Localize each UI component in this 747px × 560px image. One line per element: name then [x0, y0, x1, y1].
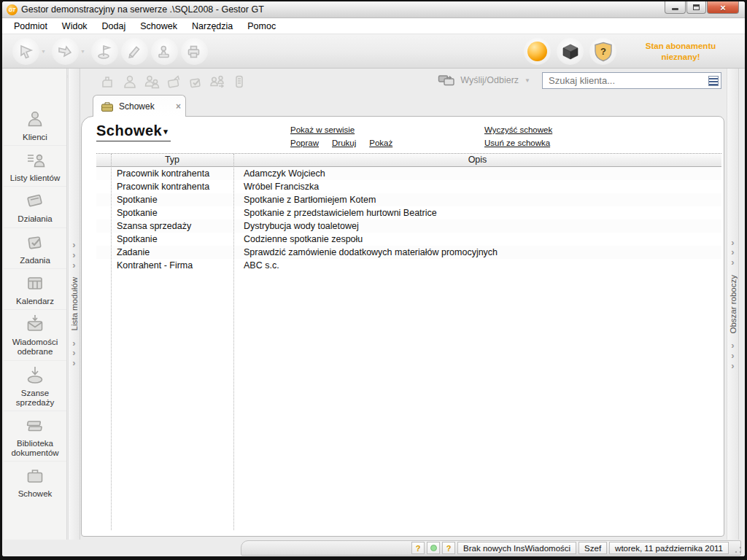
titlebar[interactable]: GT Gestor demonstracyjny na serwerze .\S…: [2, 1, 745, 18]
table-row[interactable]: Spotkanie Spotkanie z przedstawicielem h…: [96, 206, 721, 219]
sidebar-item-schowek[interactable]: Schowek: [4, 461, 66, 502]
add-contact-button[interactable]: [141, 72, 163, 91]
dropdown-icon[interactable]: ▼: [41, 49, 46, 54]
menu-pomoc[interactable]: Pomoc: [240, 20, 283, 33]
sidebar-item-listy-klientow[interactable]: Listy klientów: [4, 145, 66, 186]
pointer-icon: [18, 43, 35, 61]
modules-panel-label: Lista modułów: [70, 277, 79, 331]
column-opis[interactable]: Opis: [233, 154, 721, 166]
table-row[interactable]: Spotkanie Codzienne spotkanie zespołu: [96, 233, 721, 246]
chevron-right-icon[interactable]: ›: [72, 260, 75, 271]
person-icon: [122, 74, 138, 90]
table-row[interactable]: Pracownik kontrahenta Adamczyk Wojciech: [96, 167, 721, 180]
add-person-button[interactable]: [119, 72, 141, 91]
app-window: GT Gestor demonstracyjny na serwerze .\S…: [0, 0, 747, 560]
minimize-button[interactable]: [665, 1, 686, 14]
print-button[interactable]: [181, 38, 208, 65]
app-icon[interactable]: GT: [7, 4, 18, 15]
pointer-button[interactable]: [12, 38, 39, 65]
sidebar-item-dzialania[interactable]: Działania: [4, 186, 66, 227]
dropdown-icon[interactable]: ▼: [80, 49, 85, 54]
table-row[interactable]: Pracownik kontrahenta Wróbel Franciszka: [96, 180, 721, 193]
flag-icon: [96, 43, 113, 61]
help-status-button-2[interactable]: ?: [442, 542, 455, 554]
column-typ[interactable]: Typ: [111, 154, 233, 166]
modules-splitter[interactable]: › › › Lista modułów › › ›: [68, 69, 80, 540]
sidebar-item-klienci[interactable]: Klienci: [4, 105, 66, 145]
chevron-right-icon[interactable]: ›: [731, 257, 734, 268]
link-drukuj[interactable]: Drukuj: [332, 139, 356, 147]
sidebar-item-kalendarz[interactable]: Kalendarz: [4, 268, 66, 309]
clipboard-icon: [24, 465, 46, 486]
chevron-right-icon[interactable]: ›: [72, 338, 75, 349]
messages-status: Brak nowych InsWiadomości: [457, 542, 576, 554]
flag-button[interactable]: [91, 38, 118, 65]
search-list-icon[interactable]: [708, 76, 719, 86]
help-status-button[interactable]: ?: [411, 542, 425, 554]
link-popraw[interactable]: Popraw: [290, 139, 319, 147]
insert-online-button[interactable]: [524, 38, 551, 65]
tab-label: Schowek: [119, 101, 155, 112]
page-title-menu[interactable]: Schowek▾: [96, 122, 171, 141]
add-company-button[interactable]: [97, 72, 119, 91]
chevron-right-icon[interactable]: ›: [731, 351, 734, 361]
chevron-right-icon[interactable]: ›: [731, 238, 734, 248]
tab-close-icon[interactable]: ×: [176, 101, 181, 112]
search-input[interactable]: [547, 74, 708, 87]
activities-icon: [24, 190, 46, 211]
chevron-right-icon[interactable]: ›: [72, 240, 75, 250]
sidebar-item-szanse-sprzedazy[interactable]: Szanse sprzedaży: [4, 360, 66, 411]
clients-icon: [24, 109, 46, 129]
stamp-button[interactable]: [151, 38, 178, 65]
dropdown-icon: ▼: [525, 77, 530, 84]
table-row[interactable]: Szansa sprzedaży Dystrybucja wody toalet…: [96, 219, 721, 233]
printer-icon: [185, 43, 203, 61]
chevron-right-icon[interactable]: ›: [731, 247, 734, 257]
link-pokaz-w-serwisie[interactable]: Pokaż w serwisie: [290, 125, 355, 134]
chevron-right-icon[interactable]: ›: [72, 250, 75, 260]
menu-widok[interactable]: Widok: [55, 20, 95, 33]
link-wyczysc-schowek[interactable]: Wyczyść schowek: [484, 125, 552, 134]
tab-schowek[interactable]: Schowek ×: [93, 95, 186, 117]
table-row[interactable]: Kontrahent - Firma ABC s.c.: [96, 259, 721, 272]
caret-down-icon: ▾: [163, 127, 168, 136]
link-pokaz[interactable]: Pokaż: [369, 139, 392, 147]
workspace-splitter[interactable]: › › › Obszar roboczy › › ›: [727, 69, 739, 540]
company-icon: [100, 74, 116, 90]
connection-status: [427, 542, 440, 554]
help-shield-button[interactable]: ?: [589, 38, 616, 65]
edit-button[interactable]: [121, 38, 148, 65]
subscription-status: Stan abonamentu nieznany!: [622, 41, 739, 63]
chevron-right-icon[interactable]: ›: [72, 358, 75, 368]
resize-grip[interactable]: [735, 546, 742, 553]
modules-cube-button[interactable]: [557, 38, 584, 65]
cell-typ: Zadanie: [111, 247, 233, 257]
folder-icon: [101, 101, 114, 112]
sidebar-item-wiadomosci-odebrane[interactable]: Wiadomości odebrane: [4, 309, 66, 359]
chevron-right-icon[interactable]: ›: [72, 348, 75, 358]
menu-podmiot[interactable]: Podmiot: [7, 20, 55, 33]
assign-people-button[interactable]: [206, 72, 228, 91]
tasks-icon: [24, 232, 46, 252]
chevron-right-icon[interactable]: ›: [731, 341, 734, 351]
cell-opis: ABC s.c.: [233, 260, 721, 271]
menu-narzedzia[interactable]: Narzędzia: [185, 20, 240, 33]
new-task-button[interactable]: [185, 72, 206, 91]
close-button[interactable]: ×: [707, 1, 739, 14]
chevron-right-icon[interactable]: ›: [731, 361, 734, 371]
table-row[interactable]: Spotkanie Spotkanie z Bartłomiejem Kotem: [96, 193, 721, 206]
maximize-button[interactable]: [686, 1, 706, 14]
new-activity-button[interactable]: [163, 72, 185, 91]
phone-button[interactable]: [228, 72, 250, 91]
menu-dodaj[interactable]: Dodaj: [95, 20, 133, 33]
send-arrow-button[interactable]: [52, 38, 79, 65]
cell-opis: Sprawdzić zamówienie dodatkowych materia…: [233, 247, 721, 257]
table-header: Typ Opis: [96, 154, 721, 167]
link-usun-ze-schowka[interactable]: Usuń ze schowka: [484, 139, 550, 147]
send-receive-button[interactable]: Wyślij/Odbierz ▼: [438, 74, 530, 87]
pencil-icon: [125, 43, 143, 61]
table-row[interactable]: Zadanie Sprawdzić zamówienie dodatkowych…: [96, 246, 721, 259]
sidebar-item-zadania[interactable]: Zadania: [4, 228, 66, 268]
menu-schowek[interactable]: Schowek: [133, 20, 185, 33]
sidebar-item-biblioteka-dokumentow[interactable]: Biblioteka dokumentów: [4, 411, 66, 461]
